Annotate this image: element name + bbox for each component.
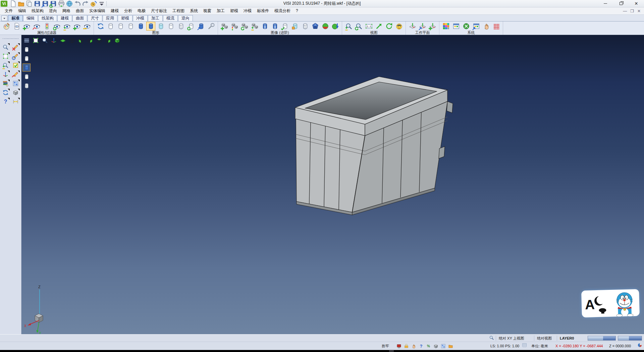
render-face-button[interactable] <box>394 22 404 31</box>
status-slider-2[interactable] <box>618 336 642 341</box>
minimize-button[interactable] <box>598 0 613 7</box>
view-iso-wire-button[interactable] <box>68 37 76 44</box>
tab-6[interactable]: 尺寸 <box>88 15 102 21</box>
menu-item-18[interactable]: 标准件 <box>254 7 272 14</box>
fit-all-button[interactable] <box>32 37 40 44</box>
tab-8[interactable]: 塑模 <box>118 15 132 21</box>
status-abs-view[interactable]: 绝对视图 <box>534 336 555 341</box>
confirm-check-button[interactable] <box>11 61 20 69</box>
status-cube-button[interactable] <box>433 343 439 349</box>
grid-settings-button[interactable] <box>492 22 501 31</box>
more-commands-button[interactable] <box>98 0 105 7</box>
restore-button[interactable] <box>613 0 629 7</box>
menu-item-4[interactable]: 逆向 <box>46 7 60 14</box>
system-settings-button[interactable] <box>462 22 471 31</box>
view-top-button[interactable] <box>59 37 67 44</box>
menu-item-2[interactable]: 编辑 <box>15 7 29 14</box>
pan-view-button[interactable] <box>374 22 383 31</box>
show-add-button[interactable] <box>22 22 31 31</box>
render-sphere-button[interactable] <box>321 22 330 31</box>
tab-5[interactable]: 曲面 <box>72 15 87 21</box>
zoom-plusminus-button[interactable] <box>1 61 10 69</box>
menu-item-20[interactable]: ? <box>293 7 301 14</box>
view-front-button[interactable] <box>77 37 85 44</box>
menu-item-17[interactable]: 冲模 <box>241 7 254 14</box>
sketch-spline-button[interactable] <box>11 70 20 78</box>
window-config-button[interactable] <box>472 22 481 31</box>
tab-overflow-button[interactable] <box>1 15 7 21</box>
hidden-line-mode-button[interactable] <box>116 22 125 31</box>
tab-12[interactable]: 逆向 <box>178 15 193 21</box>
tab-3[interactable]: 线架构 <box>38 15 57 21</box>
redo-button[interactable] <box>82 0 89 7</box>
translucent-mode-button[interactable] <box>156 22 165 31</box>
measure-distance-button[interactable] <box>11 97 20 105</box>
print-button[interactable] <box>58 0 65 7</box>
save-as-button[interactable] <box>42 0 49 7</box>
model-crate[interactable] <box>21 35 644 334</box>
attributes-stack-button[interactable] <box>1 79 10 87</box>
status-screen-button[interactable] <box>396 343 402 349</box>
status-pie-button[interactable] <box>637 342 643 348</box>
tab-7[interactable]: 应用 <box>103 15 117 21</box>
layers-window-button[interactable] <box>11 79 20 87</box>
show-plus-button[interactable] <box>72 22 82 31</box>
menu-item-9[interactable]: 分析 <box>121 7 135 14</box>
menu-item-16[interactable]: 塑模 <box>227 7 241 14</box>
solid-hatch-button[interactable] <box>301 22 310 31</box>
solid-stripe-2-button[interactable] <box>270 22 279 31</box>
flat-mode-button[interactable] <box>166 22 175 31</box>
status-search-button[interactable] <box>488 335 494 341</box>
taskbar[interactable] <box>0 350 644 352</box>
show-plusminus-button[interactable] <box>62 22 71 31</box>
status-folder-button[interactable] <box>447 343 453 349</box>
view-preview-button[interactable] <box>1 43 10 51</box>
status-layer[interactable]: LAYER0 <box>557 336 586 341</box>
redraw-button[interactable] <box>96 22 105 31</box>
color-table-button[interactable] <box>441 22 450 31</box>
status-hand-button[interactable] <box>411 343 417 349</box>
zoom-1to1-button[interactable] <box>364 22 373 31</box>
adv-visibility-button[interactable] <box>230 22 239 31</box>
tab-4[interactable]: 建模 <box>57 15 72 21</box>
adv-plusminus-button[interactable] <box>250 22 259 31</box>
workplane-csys-button[interactable] <box>1 70 10 78</box>
shaded-mode-button[interactable] <box>136 22 145 31</box>
menu-item-15[interactable]: 加工 <box>214 7 227 14</box>
adv-refresh-button[interactable] <box>240 22 249 31</box>
status-percent-button[interactable] <box>425 343 431 349</box>
rotate-view-button[interactable] <box>384 22 393 31</box>
menu-item-5[interactable]: 网格 <box>60 7 73 14</box>
menu-item-3[interactable]: 线架构 <box>29 7 46 14</box>
history-button[interactable] <box>90 0 97 7</box>
workplane-edit-button[interactable] <box>418 22 427 31</box>
status-slider-1[interactable] <box>588 336 616 341</box>
menu-item-1[interactable]: 文件 <box>2 7 15 14</box>
close-button[interactable]: ✕ <box>629 0 644 7</box>
save-all-button[interactable] <box>50 0 57 7</box>
child-restore-icon[interactable]: ❒ <box>630 9 634 13</box>
save-button[interactable] <box>34 0 41 7</box>
display-hidden-line-button[interactable] <box>22 54 31 62</box>
regen-solid-button[interactable] <box>186 22 196 31</box>
view-back-button[interactable] <box>104 37 112 44</box>
context-help-button[interactable] <box>1 97 10 105</box>
show-remove-button[interactable] <box>32 22 41 31</box>
view-csys-button[interactable] <box>50 37 58 44</box>
tab-11[interactable]: 模流 <box>163 15 178 21</box>
import-pages-button[interactable] <box>25 0 33 7</box>
shaded-edges-mode-button[interactable] <box>146 22 155 31</box>
zoom-window-button[interactable] <box>41 37 49 44</box>
view-right-button[interactable] <box>86 37 94 44</box>
new-file-button[interactable] <box>9 0 17 7</box>
solid-cube-button[interactable] <box>11 88 20 96</box>
status-lock-toggle[interactable]: 拴牢 <box>382 342 389 350</box>
render-gem-button[interactable] <box>311 22 320 31</box>
menu-item-12[interactable]: 工程图 <box>170 7 187 14</box>
zoom-inout-button[interactable] <box>344 22 353 31</box>
view-top-shaded-button[interactable] <box>95 37 103 44</box>
menu-item-11[interactable]: 尺寸标注 <box>148 7 170 14</box>
graphics-options-button[interactable] <box>207 22 216 31</box>
selection-hand-button[interactable] <box>482 22 491 31</box>
menu-item-10[interactable]: 电极 <box>135 7 148 14</box>
